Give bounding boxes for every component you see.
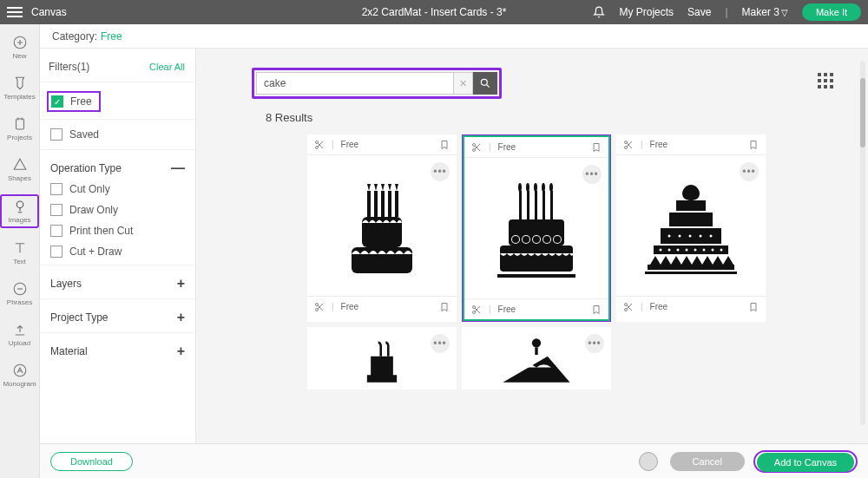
plus-icon: +	[177, 344, 185, 359]
svg-rect-43	[535, 191, 537, 219]
search-button[interactable]	[473, 72, 497, 95]
filter-print-then-cut[interactable]: Print then Cut	[50, 225, 185, 237]
scissors-icon	[623, 140, 634, 150]
footer-bar: Download Cancel Add to Canvas	[40, 443, 868, 478]
section-project-type[interactable]: Project Type+	[40, 298, 195, 332]
category-bar: Category: Free	[40, 24, 868, 49]
preview-thumb	[639, 452, 658, 471]
filters-title: Filters(1)	[49, 61, 89, 73]
filter-free[interactable]: ✓ Free	[47, 91, 101, 112]
svg-rect-22	[388, 191, 391, 217]
svg-point-37	[523, 236, 529, 243]
filter-cut-only[interactable]: Cut Only	[50, 183, 185, 195]
svg-point-69	[689, 235, 692, 238]
svg-point-25	[316, 308, 319, 311]
bookmark-icon[interactable]	[748, 140, 759, 150]
section-operation-type[interactable]: Operation Type—	[40, 149, 195, 183]
svg-point-39	[543, 236, 550, 243]
checkbox-icon: ✓	[51, 95, 63, 108]
save-link[interactable]: Save	[687, 6, 711, 18]
result-card-selected[interactable]: |Free ••• |Free	[462, 134, 611, 322]
svg-point-60	[677, 249, 680, 252]
svg-point-48	[534, 183, 537, 192]
chevron-down-icon: ▽	[781, 8, 788, 17]
scissors-icon	[471, 304, 482, 315]
menu-icon[interactable]	[7, 4, 23, 20]
grid-view-icon[interactable]	[818, 73, 833, 92]
svg-point-61	[686, 249, 688, 252]
clear-search-icon[interactable]: ×	[454, 72, 473, 95]
svg-rect-55	[645, 272, 737, 274]
bookmark-icon[interactable]	[439, 140, 450, 150]
svg-rect-29	[500, 246, 573, 272]
svg-point-74	[625, 303, 628, 305]
rail-images[interactable]: Images	[0, 194, 39, 228]
svg-point-50	[549, 183, 553, 192]
svg-point-53	[625, 141, 628, 143]
make-it-button[interactable]: Make It	[802, 3, 861, 21]
svg-point-54	[625, 146, 628, 148]
rail-upload[interactable]: Upload	[0, 318, 39, 350]
machine-selector[interactable]: Maker 3▽	[742, 6, 788, 18]
result-card[interactable]: |Free ••• |Free	[307, 134, 457, 322]
svg-rect-77	[535, 347, 537, 355]
svg-rect-23	[395, 191, 398, 217]
bookmark-icon[interactable]	[748, 302, 759, 312]
filter-draw-only[interactable]: Draw Only	[50, 204, 185, 216]
result-card[interactable]: •••	[307, 327, 457, 390]
cancel-button[interactable]: Cancel	[670, 452, 745, 471]
section-layers[interactable]: Layers+	[40, 265, 195, 298]
svg-rect-57	[654, 246, 728, 254]
svg-rect-8	[830, 73, 833, 76]
tag-free: Free	[341, 140, 359, 149]
left-rail: New Templates Projects Shapes Images Tex…	[0, 24, 40, 478]
category-value[interactable]: Free	[101, 30, 122, 43]
bookmark-icon[interactable]	[591, 304, 602, 315]
result-card[interactable]: •••	[462, 327, 611, 390]
tag-free: Free	[498, 304, 516, 314]
clear-all-link[interactable]: Clear All	[149, 62, 185, 72]
rail-templates[interactable]: Templates	[0, 72, 39, 104]
search-input[interactable]	[256, 72, 454, 95]
result-card[interactable]: |Free ••• |Free	[616, 134, 766, 322]
svg-point-5	[481, 79, 487, 85]
filter-saved[interactable]: Saved	[40, 119, 195, 149]
more-icon[interactable]: •••	[431, 162, 450, 181]
svg-point-65	[720, 249, 723, 252]
svg-point-38	[533, 236, 540, 243]
rail-phrases[interactable]: Phrases	[0, 278, 39, 310]
rail-projects[interactable]: Projects	[0, 113, 39, 145]
app-title: Canvas	[31, 6, 67, 18]
svg-point-47	[526, 183, 529, 192]
filters-panel: Filters(1) Clear All ✓ Free Saved Operat…	[40, 49, 196, 443]
rail-new[interactable]: New	[0, 31, 39, 63]
svg-point-27	[473, 148, 476, 151]
more-icon[interactable]: •••	[740, 162, 759, 181]
svg-point-59	[668, 249, 671, 252]
rail-text[interactable]: Text	[0, 237, 39, 269]
scrollbar-thumb[interactable]	[860, 78, 865, 147]
filter-cut-draw[interactable]: Cut + Draw	[50, 246, 185, 258]
my-projects-link[interactable]: My Projects	[619, 6, 674, 18]
svg-point-36	[512, 236, 519, 243]
svg-rect-7	[824, 73, 827, 76]
svg-point-76	[532, 338, 541, 347]
svg-point-75	[625, 308, 628, 311]
bell-icon[interactable]	[593, 6, 605, 18]
svg-rect-1	[16, 119, 23, 129]
add-to-canvas-button[interactable]: Add to Canvas	[757, 453, 854, 472]
rail-shapes[interactable]: Shapes	[0, 154, 39, 186]
rail-monogram[interactable]: Monogram	[0, 359, 39, 391]
scissors-icon	[623, 302, 634, 312]
cake-image	[635, 169, 747, 282]
download-button[interactable]: Download	[50, 452, 133, 471]
section-material[interactable]: Material+	[40, 332, 195, 366]
tag-free: Free	[650, 302, 668, 311]
more-icon[interactable]: •••	[582, 165, 602, 184]
more-icon[interactable]: •••	[431, 334, 450, 353]
cake-image	[343, 334, 421, 386]
svg-rect-72	[669, 213, 713, 226]
bookmark-icon[interactable]	[439, 302, 450, 312]
more-icon[interactable]: •••	[585, 334, 604, 353]
bookmark-icon[interactable]	[591, 142, 602, 153]
